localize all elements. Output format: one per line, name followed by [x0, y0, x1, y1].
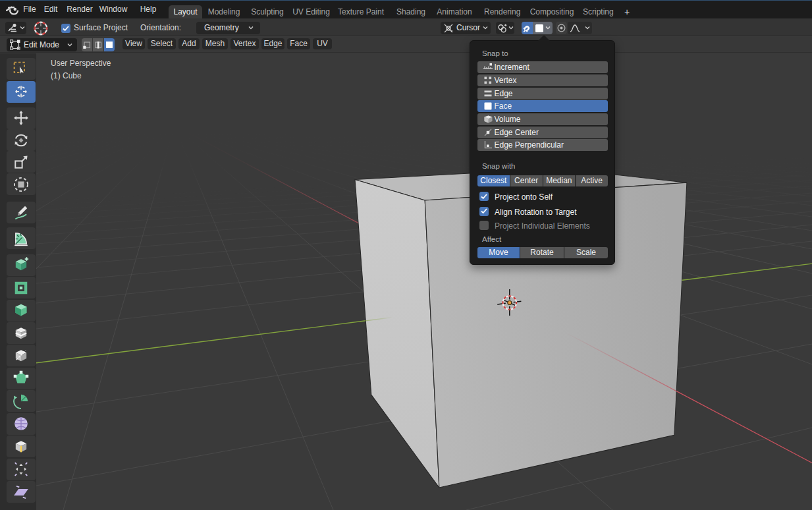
svg-text:(1) Cube: (1) Cube	[51, 71, 82, 80]
svg-text:User Perspective: User Perspective	[51, 59, 111, 68]
